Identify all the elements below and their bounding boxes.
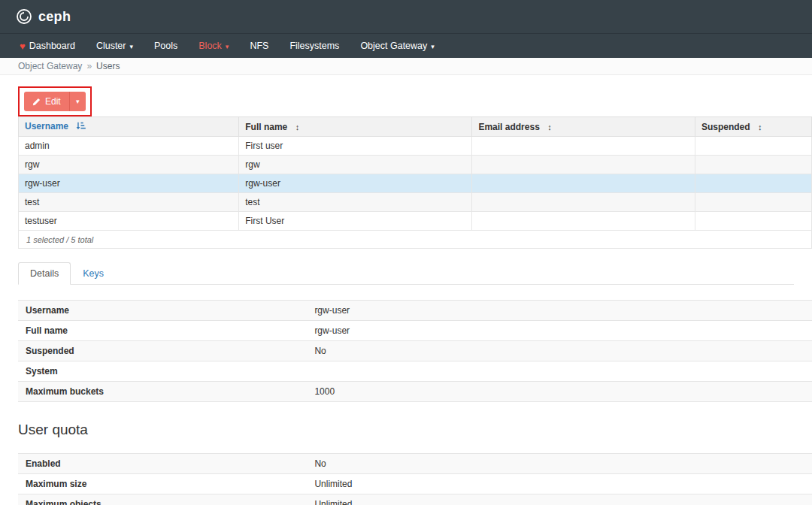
cell-suspended <box>695 156 811 174</box>
cell-username: test <box>19 193 239 212</box>
nav-item-label: Filesystems <box>289 41 339 51</box>
cell-full-name: rgw-user <box>239 174 472 193</box>
column-label: Suspended <box>701 122 750 132</box>
detail-value: rgw-user <box>307 321 812 341</box>
quota-value: No <box>307 454 812 474</box>
details-row: Full name rgw-user <box>18 321 812 341</box>
caret-down-icon: ▾ <box>431 43 435 50</box>
breadcrumb-current-page: Users <box>96 61 120 71</box>
nav-item-label: NFS <box>250 41 268 51</box>
selection-status: 1 selected / 5 total <box>19 231 812 249</box>
nav-item-object-gateway[interactable]: Object Gateway ▾ <box>350 34 444 58</box>
nav-item-nfs[interactable]: NFS <box>239 34 279 58</box>
dashboard-health-icon: ♥ <box>20 41 26 51</box>
tab-details[interactable]: Details <box>18 262 71 285</box>
table-row[interactable]: test test <box>19 193 812 212</box>
sort-ascending-icon <box>76 122 86 132</box>
table-row[interactable]: rgw rgw <box>19 156 812 174</box>
detail-label: Maximum buckets <box>18 382 307 402</box>
quota-label: Enabled <box>18 454 307 474</box>
column-header-full-name[interactable]: Full name ↕ <box>239 117 472 137</box>
detail-label: Suspended <box>18 341 307 361</box>
nav-item-dashboard[interactable]: ♥ Dashboard <box>9 34 86 58</box>
nav-item-label: Block <box>198 41 222 51</box>
tab-keys[interactable]: Keys <box>71 262 116 285</box>
nav-item-block[interactable]: Block ▾ <box>188 34 239 58</box>
cell-email <box>472 156 695 174</box>
breadcrumb-section: Object Gateway <box>18 61 82 71</box>
cell-full-name: First user <box>239 137 472 156</box>
quota-row: Maximum objects Unlimited <box>18 494 812 505</box>
ceph-logo-icon <box>15 8 33 26</box>
edit-button-label: Edit <box>45 96 61 107</box>
main-nav: ♥ Dashboard Cluster ▾ Pools Block ▾ NFS … <box>0 33 812 58</box>
cell-suspended <box>695 137 811 156</box>
sort-icon: ↕ <box>758 122 762 132</box>
nav-item-pools[interactable]: Pools <box>144 34 188 58</box>
table-row-selected[interactable]: rgw-user rgw-user <box>19 174 812 193</box>
edit-dropdown-toggle[interactable]: ▾ <box>69 92 86 111</box>
quota-label: Maximum objects <box>18 494 307 505</box>
caret-down-icon: ▾ <box>76 98 80 105</box>
cell-username: admin <box>19 137 239 156</box>
cell-email <box>472 212 695 231</box>
cell-suspended <box>695 193 811 212</box>
sort-icon: ↕ <box>547 122 552 132</box>
details-row: System <box>18 361 812 382</box>
details-row: Suspended No <box>18 341 812 361</box>
nav-item-filesystems[interactable]: Filesystems <box>279 34 350 58</box>
users-table: Username Full name ↕ <box>18 116 812 249</box>
quota-label: Maximum size <box>18 474 307 494</box>
cell-suspended <box>695 212 811 231</box>
breadcrumb-separator-icon: » <box>86 61 92 71</box>
nav-item-cluster[interactable]: Cluster ▾ <box>86 34 144 58</box>
table-footer-row: 1 selected / 5 total <box>19 231 812 249</box>
user-quota-heading: User quota <box>18 422 812 438</box>
cell-username: rgw <box>19 156 239 174</box>
details-row: Maximum buckets 1000 <box>18 382 812 402</box>
details-table: Username rgw-user Full name rgw-user Sus… <box>18 300 812 402</box>
column-header-email-address[interactable]: Email address ↕ <box>472 117 695 137</box>
ceph-brand[interactable]: ceph <box>15 8 71 26</box>
detail-value <box>307 361 812 382</box>
detail-tabs: Details Keys <box>18 262 794 285</box>
column-label: Username <box>25 121 68 132</box>
column-label: Email address <box>478 122 539 132</box>
nav-item-label: Object Gateway <box>360 41 427 51</box>
table-row[interactable]: testuser First User <box>19 212 812 231</box>
edit-button[interactable]: Edit <box>24 92 69 111</box>
column-header-username[interactable]: Username <box>19 117 239 137</box>
detail-label: System <box>18 361 307 382</box>
user-quota-table: Enabled No Maximum size Unlimited Maximu… <box>18 453 812 505</box>
column-header-suspended[interactable]: Suspended ↕ <box>695 117 811 137</box>
nav-item-label: Cluster <box>96 41 126 51</box>
details-row: Username rgw-user <box>18 301 812 321</box>
users-table-header-row: Username Full name ↕ <box>19 117 812 137</box>
cell-full-name: test <box>239 193 472 212</box>
breadcrumb: Object Gateway » Users <box>0 58 812 75</box>
quota-row: Enabled No <box>18 454 812 474</box>
column-label: Full name <box>245 122 287 132</box>
nav-item-label: Dashboard <box>29 41 75 51</box>
annotation-box: Edit ▾ <box>18 86 92 116</box>
cell-email <box>472 174 695 193</box>
cell-full-name: First User <box>239 212 472 231</box>
cell-email <box>472 193 695 212</box>
nav-item-label: Pools <box>154 41 177 51</box>
detail-value: rgw-user <box>307 301 812 321</box>
quota-value: Unlimited <box>307 494 812 505</box>
table-row[interactable]: admin First user <box>19 137 812 156</box>
pencil-icon <box>32 98 41 106</box>
cell-suspended <box>695 174 811 193</box>
cell-username: testuser <box>19 212 239 231</box>
detail-label: Username <box>18 301 307 321</box>
caret-down-icon: ▾ <box>226 43 229 50</box>
caret-down-icon: ▾ <box>129 43 133 50</box>
toolbar: Edit ▾ <box>0 75 812 116</box>
edit-split-button: Edit ▾ <box>24 92 86 111</box>
quota-row: Maximum size Unlimited <box>18 474 812 494</box>
cell-username: rgw-user <box>19 174 239 193</box>
cell-email <box>472 137 695 156</box>
brand-name: ceph <box>38 9 71 25</box>
quota-value: Unlimited <box>307 474 812 494</box>
